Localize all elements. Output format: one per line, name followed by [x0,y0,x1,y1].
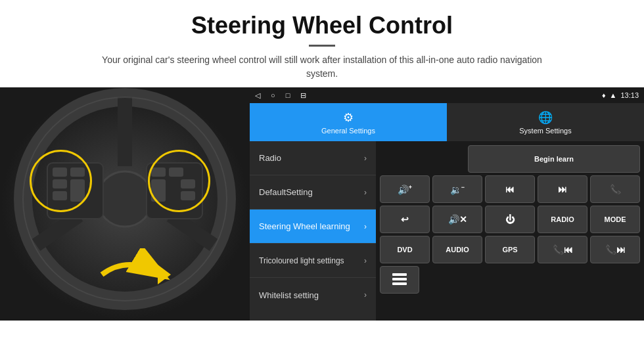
status-bar: ◁ ○ □ ⊟ ♦ ▲ 13:13 [250,87,644,103]
gps-button[interactable]: GPS [485,236,535,263]
steering-wheel-bg [0,87,250,321]
title-divider [309,45,335,47]
phone-icon: 📞 [610,184,621,194]
main-panel: Radio › DefaultSetting › Steering Wheel … [250,141,644,321]
android-section: ◁ ○ □ ⊟ ♦ ▲ 13:13 ⚙ General Settings 🌐 S… [250,87,644,321]
hang-up-button[interactable]: ↩ [380,206,430,233]
back-icon[interactable]: ◁ [255,91,260,100]
status-bar-nav: ◁ ○ □ ⊟ [255,91,306,100]
mode-btn-label: MODE [605,215,626,223]
circle-highlight-right [148,150,210,212]
menu-item-whitelist[interactable]: Whitelist setting › [250,278,376,312]
svg-rect-21 [392,282,407,285]
next-track-icon: ⏭ [558,184,567,194]
chevron-tricoloured: › [364,256,367,265]
audio-label: AUDIO [446,246,469,254]
radio-btn-label: RADIO [551,215,574,223]
power-icon: ⏻ [505,214,515,225]
dvd-label: DVD [397,246,412,254]
vol-up-button[interactable]: 🔊+ [380,175,430,203]
svg-rect-19 [392,273,407,276]
chevron-whitelist: › [364,290,367,300]
menu-icon[interactable]: ⊟ [300,91,306,100]
recents-icon[interactable]: □ [286,91,290,99]
svg-point-4 [97,171,152,227]
subtitle-text: Your original car's steering wheel contr… [92,53,552,81]
list-icon-button[interactable] [380,266,419,294]
prev-track-button[interactable]: ⏮ [485,175,535,203]
content-area: ◁ ○ □ ⊟ ♦ ▲ 13:13 ⚙ General Settings 🌐 S… [0,87,644,321]
left-menu: Radio › DefaultSetting › Steering Wheel … [250,141,376,321]
general-settings-icon: ⚙ [343,110,354,125]
gps-label: GPS [502,246,517,254]
system-settings-icon: 🌐 [538,110,553,125]
controls-row-top: Begin learn [380,145,640,173]
controls-row-4 [380,266,640,294]
steering-wheel-image [0,87,250,321]
tab-general-label: General Settings [321,127,375,135]
prev-track-icon: ⏮ [505,184,515,194]
dvd-button[interactable]: DVD [380,236,430,263]
arrow-svg [95,248,174,301]
phone-next-button[interactable]: 📞⏭ [590,236,640,263]
power-button[interactable]: ⏻ [485,206,535,233]
status-bar-right: ♦ ▲ 13:13 [602,91,639,99]
controls-row-3: DVD AUDIO GPS 📞⏮ 📞⏭ [380,236,640,263]
menu-radio-label: Radio [259,153,281,163]
wifi-icon: ♦ [602,91,606,99]
mode-btn[interactable]: MODE [590,206,640,233]
chevron-default: › [364,188,367,197]
svg-rect-20 [392,278,407,280]
phone-prev-icon: 📞⏮ [553,244,573,255]
menu-item-default[interactable]: DefaultSetting › [250,175,376,210]
tab-system-label: System Settings [519,127,571,135]
menu-tricoloured-label: Tricoloured light settings [259,256,344,265]
tab-bar: ⚙ General Settings 🌐 System Settings [250,103,644,141]
home-icon[interactable]: ○ [271,91,275,99]
svg-line-2 [36,215,79,245]
mute-icon: 🔊✕ [448,214,467,225]
menu-whitelist-label: Whitelist setting [259,290,319,300]
audio-button[interactable]: AUDIO [432,236,482,263]
next-track-button[interactable]: ⏭ [538,175,587,203]
vol-down-button[interactable]: 🔉− [432,175,482,203]
menu-steering-label: Steering Wheel learning [259,221,350,231]
list-icon [392,273,407,287]
menu-item-steering[interactable]: Steering Wheel learning › [250,210,376,244]
clock: 13:13 [620,91,639,99]
svg-line-3 [171,215,214,245]
hang-up-icon: ↩ [401,214,409,225]
menu-default-label: DefaultSetting [259,187,313,197]
controls-row-1: 🔊+ 🔉− ⏮ ⏭ 📞 [380,175,640,203]
vol-down-icon: 🔉− [450,184,465,195]
controls-row-2: ↩ 🔊✕ ⏻ RADIO MODE [380,206,640,233]
tab-system-settings[interactable]: 🌐 System Settings [447,103,644,141]
begin-learn-button[interactable]: Begin learn [468,145,640,173]
menu-item-radio[interactable]: Radio › [250,141,376,175]
menu-item-tricoloured[interactable]: Tricoloured light settings › [250,244,376,278]
page-title: Steering Wheel Control [13,12,631,39]
empty-cell [380,145,465,173]
vol-up-icon: 🔊+ [398,184,412,195]
top-section: Steering Wheel Control Your original car… [0,0,644,87]
right-controls: Begin learn 🔊+ 🔉− ⏮ ⏭ [376,141,644,321]
phone-next-icon: 📞⏭ [605,244,626,255]
chevron-steering: › [364,222,367,231]
chevron-radio: › [364,154,367,163]
mute-button[interactable]: 🔊✕ [432,206,482,233]
phone-prev-button[interactable]: 📞⏮ [538,236,587,263]
phone-button[interactable]: 📞 [590,175,640,203]
radio-btn[interactable]: RADIO [538,206,587,233]
signal-icon: ▲ [610,91,617,99]
svg-marker-18 [158,265,171,284]
circle-highlight-left [30,150,92,212]
tab-general-settings[interactable]: ⚙ General Settings [250,103,447,141]
